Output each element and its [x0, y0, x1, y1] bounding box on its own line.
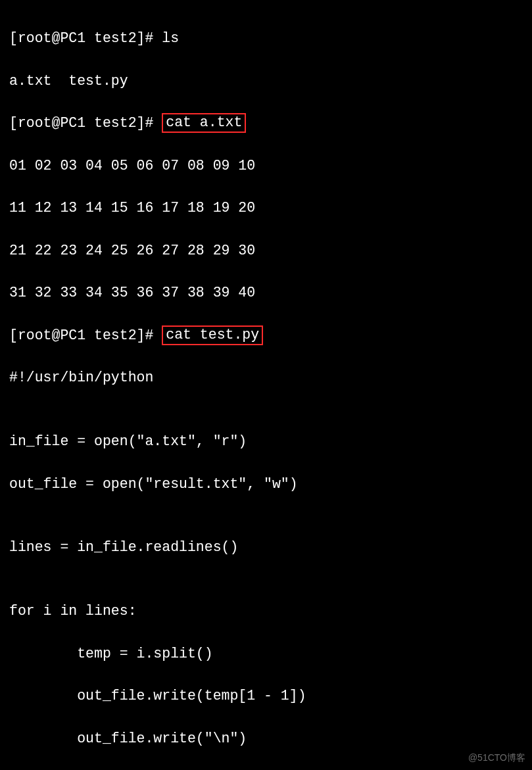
- terminal[interactable]: [root@PC1 test2]# ls a.txt test.py [root…: [0, 0, 532, 770]
- a-txt-row: 01 02 03 04 05 06 07 08 09 10: [9, 155, 523, 176]
- testpy-line: out_file.write(temp[1 - 1]): [9, 685, 523, 706]
- highlight-cat-testpy: cat test.py: [162, 325, 263, 345]
- a-txt-row: 31 32 33 34 35 36 37 38 39 40: [9, 282, 523, 303]
- testpy-line: out_file = open("result.txt", "w"): [9, 473, 523, 494]
- testpy-line: out_file.write("\n"): [9, 728, 523, 749]
- prompt: [root@PC1 test2]#: [9, 115, 153, 131]
- cmd-ls: ls: [162, 30, 179, 46]
- prompt: [root@PC1 test2]#: [9, 30, 153, 46]
- testpy-line: in_file = open("a.txt", "r"): [9, 431, 523, 452]
- highlight-cat-a: cat a.txt: [162, 113, 246, 133]
- testpy-line: #!/usr/bin/python: [9, 367, 523, 388]
- prompt-line: [root@PC1 test2]# cat a.txt: [9, 112, 523, 133]
- watermark: @51CTO博客: [468, 751, 525, 765]
- prompt-line: [root@PC1 test2]# cat test.py: [9, 325, 523, 346]
- testpy-line: lines = in_file.readlines(): [9, 537, 523, 558]
- a-txt-row: 11 12 13 14 15 16 17 18 19 20: [9, 197, 523, 218]
- prompt: [root@PC1 test2]#: [9, 327, 153, 343]
- prompt-line: [root@PC1 test2]# ls: [9, 28, 523, 49]
- testpy-line: temp = i.split(): [9, 643, 523, 664]
- a-txt-row: 21 22 23 24 25 26 27 28 29 30: [9, 240, 523, 261]
- ls-output: a.txt test.py: [9, 70, 523, 91]
- testpy-line: for i in lines:: [9, 600, 523, 621]
